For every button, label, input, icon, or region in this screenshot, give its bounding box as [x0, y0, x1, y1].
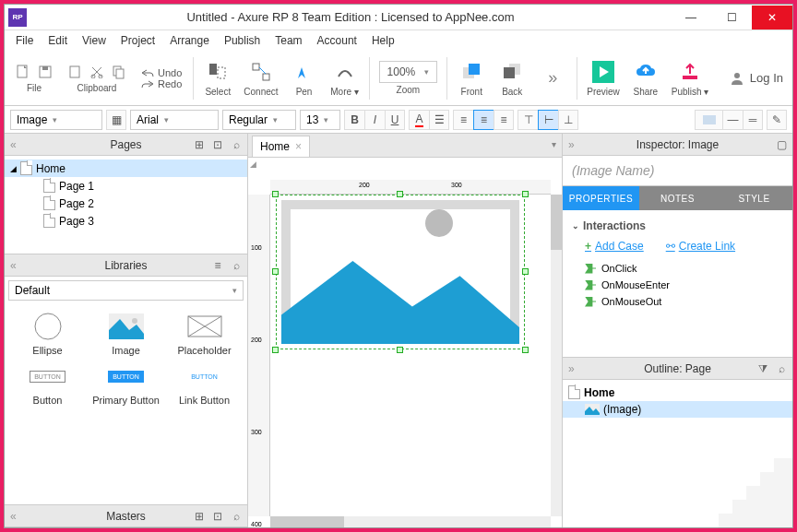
- maximize-button[interactable]: ☐: [711, 6, 752, 30]
- select-tool[interactable]: Select: [199, 57, 236, 99]
- collapse-icon[interactable]: «: [10, 138, 17, 151]
- file-group[interactable]: File: [10, 61, 58, 95]
- page-2[interactable]: Page 2: [5, 195, 247, 212]
- size-select[interactable]: 13: [300, 110, 340, 130]
- connect-tool[interactable]: Connect: [240, 57, 281, 99]
- page-1[interactable]: Page 1: [5, 177, 247, 195]
- resize-handle[interactable]: [397, 347, 403, 353]
- zoom-select[interactable]: 100%▾: [379, 61, 438, 83]
- overflow-tool[interactable]: »: [534, 64, 571, 93]
- menu-view[interactable]: View: [77, 32, 112, 49]
- filter-icon[interactable]: ⧩: [755, 361, 770, 376]
- lib-ellipse[interactable]: Ellipse: [10, 312, 85, 356]
- add-master-icon[interactable]: ⊞: [192, 509, 207, 524]
- menu-publish[interactable]: Publish: [219, 32, 266, 49]
- undo-button[interactable]: Undo: [141, 67, 182, 78]
- valign-top-button[interactable]: ⊤: [517, 110, 538, 130]
- resize-handle[interactable]: [522, 191, 529, 197]
- share-tool[interactable]: Share: [627, 57, 664, 99]
- lib-link-button[interactable]: BUTTONLink Button: [167, 361, 242, 406]
- paste-icon[interactable]: [65, 63, 84, 81]
- close-icon[interactable]: ×: [295, 140, 302, 153]
- cut-icon[interactable]: [88, 63, 106, 81]
- lib-menu-icon[interactable]: ≡: [210, 258, 225, 273]
- more-tool[interactable]: More ▾: [327, 57, 363, 99]
- new-icon[interactable]: [14, 63, 32, 81]
- bullets-button[interactable]: ☰: [429, 110, 449, 130]
- back-tool[interactable]: Back: [494, 57, 530, 99]
- interactions-section[interactable]: ⌄Interactions: [566, 216, 789, 236]
- menu-account[interactable]: Account: [312, 32, 363, 49]
- tab-properties[interactable]: PROPERTIES: [563, 186, 639, 210]
- minimize-button[interactable]: —: [671, 6, 711, 30]
- menu-file[interactable]: File: [10, 32, 39, 49]
- add-case-link[interactable]: +Add Case: [585, 240, 644, 253]
- collapse-icon[interactable]: »: [568, 362, 575, 375]
- widget-name-input[interactable]: (Image Name): [563, 156, 792, 186]
- menu-project[interactable]: Project: [115, 32, 161, 49]
- preview-tool[interactable]: Preview: [583, 57, 624, 99]
- page-home[interactable]: ◢Home: [5, 160, 247, 177]
- front-tool[interactable]: Front: [453, 57, 490, 99]
- save-icon[interactable]: [36, 63, 54, 81]
- search-icon[interactable]: ⌕: [774, 361, 789, 376]
- tab-home[interactable]: Home×: [252, 136, 310, 157]
- menu-arrange[interactable]: Arrange: [164, 32, 215, 49]
- eyedropper-button[interactable]: ✎: [767, 110, 787, 130]
- event-onclick[interactable]: OnClick: [577, 260, 778, 277]
- create-link-link[interactable]: ⚯Create Link: [666, 240, 735, 253]
- canvas-area[interactable]: ◢ 200 300 100 200 300 400: [248, 158, 562, 527]
- close-button[interactable]: ✕: [752, 6, 792, 30]
- resize-handle[interactable]: [522, 347, 529, 353]
- library-select[interactable]: Default▾: [8, 280, 244, 301]
- bold-button[interactable]: B: [344, 110, 364, 130]
- valign-bot-button[interactable]: ⊥: [558, 110, 578, 130]
- add-folder-icon[interactable]: ⊡: [210, 137, 225, 152]
- event-onmouseout[interactable]: OnMouseOut: [577, 293, 778, 310]
- textcolor-button[interactable]: A: [409, 110, 429, 130]
- collapse-icon[interactable]: »: [568, 138, 575, 151]
- resize-handle[interactable]: [522, 268, 529, 275]
- fill-button[interactable]: [695, 110, 722, 130]
- linestyle-button[interactable]: ═: [743, 110, 763, 130]
- clipboard-group[interactable]: Clipboard: [62, 61, 132, 95]
- login-button[interactable]: Log In: [726, 69, 787, 88]
- menu-help[interactable]: Help: [366, 32, 400, 49]
- tab-style[interactable]: STYLE: [716, 186, 792, 210]
- valign-mid-button[interactable]: ⊢: [538, 110, 558, 130]
- scrollbar-horizontal[interactable]: [270, 516, 551, 527]
- resize-handle[interactable]: [272, 191, 279, 197]
- page-3[interactable]: Page 3: [5, 212, 247, 230]
- copy-icon[interactable]: [110, 63, 128, 81]
- resize-handle[interactable]: [272, 347, 279, 353]
- widget-type-select[interactable]: Image: [10, 110, 102, 130]
- zoom-group[interactable]: 100%▾ Zoom: [375, 59, 442, 97]
- align-center-button[interactable]: ≡: [473, 110, 494, 130]
- search-icon[interactable]: ⌕: [229, 258, 244, 273]
- underline-button[interactable]: U: [385, 110, 405, 130]
- redo-button[interactable]: Redo: [141, 78, 182, 89]
- note-icon[interactable]: ▢: [774, 137, 789, 152]
- search-icon[interactable]: ⌕: [229, 509, 244, 524]
- resize-handle[interactable]: [397, 191, 403, 197]
- add-folder-icon[interactable]: ⊡: [210, 509, 225, 524]
- collapse-icon[interactable]: «: [10, 259, 17, 272]
- outline-image[interactable]: (Image): [563, 401, 792, 418]
- align-left-button[interactable]: ≡: [453, 110, 473, 130]
- outline-root[interactable]: Home: [563, 384, 792, 401]
- tab-menu-icon[interactable]: ▾: [552, 139, 556, 149]
- menu-team[interactable]: Team: [269, 32, 307, 49]
- scrollbar-vertical[interactable]: [551, 195, 562, 516]
- selected-image-widget[interactable]: [276, 195, 525, 349]
- collapse-icon[interactable]: «: [10, 510, 17, 523]
- event-onmouseenter[interactable]: OnMouseEnter: [577, 277, 778, 293]
- pen-tool[interactable]: Pen: [286, 57, 323, 99]
- font-select[interactable]: Arial: [130, 110, 219, 130]
- lib-primary-button[interactable]: BUTTONPrimary Button: [89, 361, 163, 406]
- menu-edit[interactable]: Edit: [42, 32, 73, 49]
- italic-button[interactable]: I: [364, 110, 385, 130]
- lib-image[interactable]: Image: [89, 312, 163, 356]
- note-icon[interactable]: ▦: [106, 110, 126, 130]
- line-button[interactable]: —: [722, 110, 743, 130]
- add-page-icon[interactable]: ⊞: [192, 137, 207, 152]
